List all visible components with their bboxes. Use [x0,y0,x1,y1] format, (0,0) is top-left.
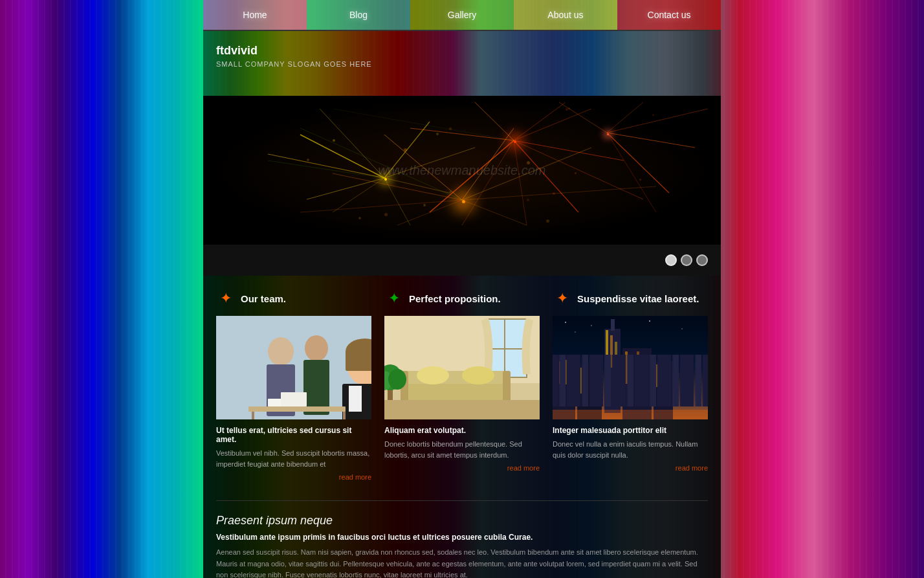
team-image [216,316,371,419]
team-icon: ✦ [216,289,236,308]
interior-image [384,316,540,419]
svg-line-7 [307,178,384,199]
svg-point-66 [388,369,406,390]
svg-rect-87 [637,351,639,384]
col-team-header: ✦ Our team. [216,289,371,308]
svg-rect-71 [610,335,613,368]
svg-rect-82 [591,366,594,394]
three-column-grid: ✦ Our team. [216,289,708,481]
bottom-body: Aenean sed suscipit risus. Nam nisi sapi… [216,547,708,578]
col-team-subtitle: Ut tellus erat, ultricies sed cursus sit… [216,426,371,444]
svg-point-94 [565,322,566,323]
svg-point-39 [305,335,328,361]
svg-line-2 [320,109,384,178]
col-team-title: Our team. [241,293,286,304]
logo-slogan: Small Company Slogan Goes Here [216,60,708,68]
svg-line-29 [397,200,462,225]
col-proposition-title: Perfect proposition. [409,293,501,304]
svg-rect-62 [384,400,540,419]
bottom-subtitle: Vestibulum ante ipsum primis in faucibus… [216,533,708,542]
col-city-subtitle: Integer malesuada porttitor elit [553,426,708,435]
svg-line-3 [384,122,430,178]
bottom-text-block: Praesent ipsum neque Vestibulum ante ips… [216,500,708,578]
svg-rect-48 [343,412,346,419]
svg-rect-83 [597,371,599,394]
svg-line-30 [462,200,527,225]
col-proposition-read-more[interactable]: read more [384,464,540,472]
svg-rect-91 [661,366,663,387]
col-proposition-subtitle: Aliquam erat volutpat. [384,426,540,435]
svg-rect-55 [488,348,527,350]
bottom-title: Praesent ipsum neque [216,514,708,528]
svg-rect-76 [559,361,562,384]
svg-rect-67 [553,316,708,419]
svg-point-60 [417,366,449,384]
slider-dot-1[interactable] [665,254,677,266]
col-city-text: Donec vel nulla a enim iaculis tempus. N… [553,439,708,460]
svg-point-97 [681,328,683,329]
svg-rect-45 [349,386,362,412]
nav-home[interactable]: Home [203,0,307,30]
city-icon: ✦ [553,289,572,308]
svg-rect-81 [585,369,588,394]
svg-rect-72 [615,342,617,381]
svg-line-24 [607,133,656,212]
svg-line-15 [514,140,624,161]
svg-point-96 [649,320,650,322]
slider-bar [203,245,721,276]
svg-rect-47 [252,412,254,419]
svg-rect-93 [553,410,708,419]
svg-line-25 [384,135,462,200]
col-proposition-text: Donec lobortis bibendum pellentesque. Se… [384,439,540,460]
svg-line-17 [462,140,514,225]
svg-line-21 [607,109,708,133]
navigation: Home Blog Gallery About us Contact us [203,0,721,31]
svg-rect-78 [569,364,571,384]
proposition-icon: ✦ [384,289,404,308]
svg-line-12 [514,109,591,140]
col-city-read-more[interactable]: read more [553,464,708,472]
svg-rect-50 [281,392,307,406]
col-city: ✦ Suspendisse vitae laoreet. [553,289,708,481]
logo-name: ftdvivid [216,44,708,58]
svg-line-4 [384,148,475,178]
nav-gallery[interactable]: Gallery [410,0,514,30]
svg-line-11 [410,128,514,140]
nav-about[interactable]: About us [514,0,617,30]
svg-rect-44 [346,351,371,371]
svg-point-61 [462,366,494,384]
svg-line-22 [559,102,607,133]
svg-line-32 [300,200,462,212]
city-image [553,316,708,419]
svg-rect-80 [579,368,582,394]
svg-rect-88 [643,356,646,384]
svg-rect-46 [248,406,346,412]
svg-rect-90 [655,364,658,387]
col-team-read-more[interactable]: read more [216,473,371,481]
svg-line-5 [333,178,384,212]
svg-point-95 [591,325,592,326]
col-team-text: Vestibulum vel nibh. Sed suscipit lobort… [216,448,371,469]
laser-svg [203,96,721,245]
slider-dot-2[interactable] [681,254,692,266]
svg-rect-75 [555,358,557,384]
content-section: ✦ Our team. [203,276,721,578]
svg-rect-57 [401,371,511,384]
svg-rect-77 [564,360,567,384]
svg-rect-92 [666,363,668,387]
svg-rect-73 [611,319,615,331]
col-proposition-header: ✦ Perfect proposition. [384,289,540,308]
nav-blog[interactable]: Blog [307,0,410,30]
col-city-title: Suspendisse vitae laoreet. [577,293,699,304]
nav-contact[interactable]: Contact us [617,0,721,30]
slider-dot-3[interactable] [696,254,708,266]
col-team: ✦ Our team. [216,289,371,481]
svg-point-37 [268,337,294,366]
hero-banner: www.thenewmanuebsite.com [203,96,721,245]
svg-line-33 [300,128,462,200]
svg-line-14 [514,102,566,140]
col-city-header: ✦ Suspendisse vitae laoreet. [553,289,708,308]
svg-rect-85 [625,351,628,384]
svg-rect-70 [606,330,608,382]
svg-line-10 [514,140,578,212]
